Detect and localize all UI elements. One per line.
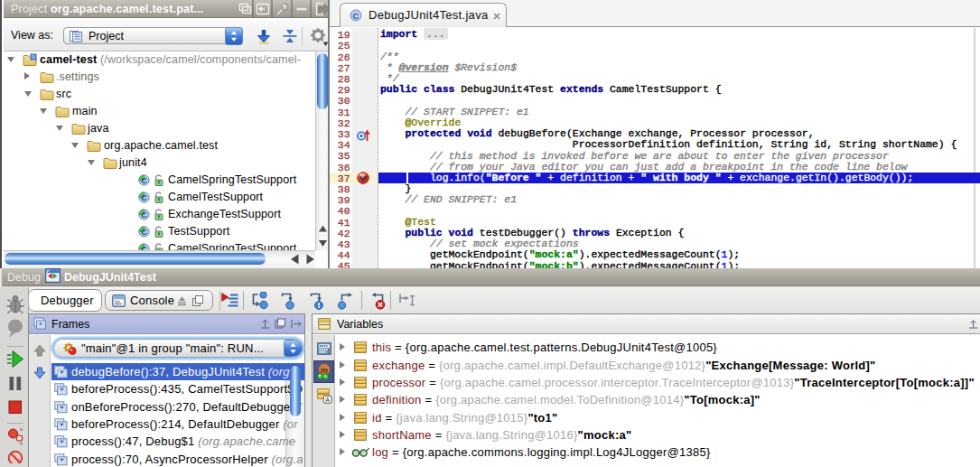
svg-text:C: C	[352, 11, 359, 21]
svg-text:C: C	[141, 193, 147, 202]
svg-text:C: C	[141, 210, 147, 219]
svg-text:C: C	[141, 176, 147, 185]
svg-text:C: C	[141, 227, 147, 236]
svg-text:A: A	[325, 397, 330, 403]
svg-text:m: m	[321, 366, 328, 375]
